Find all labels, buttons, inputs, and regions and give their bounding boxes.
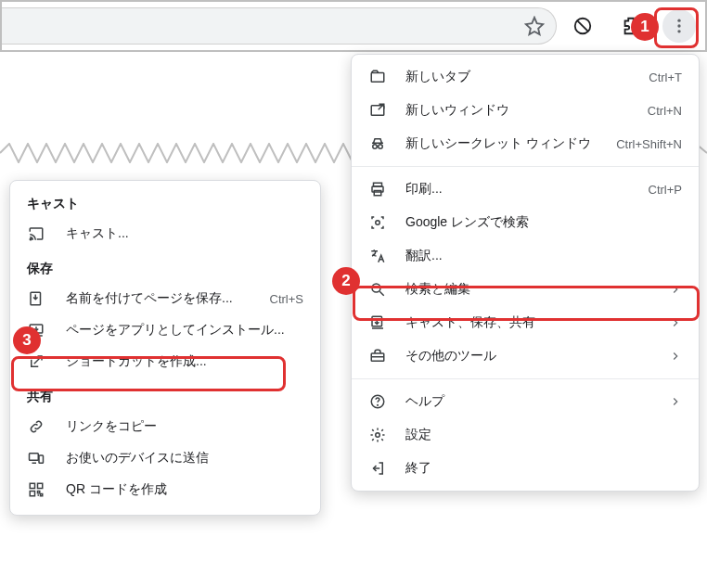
translate-icon [368,247,387,265]
menu-shortcut: Ctrl+N [648,104,682,118]
submenu-create-shortcut[interactable]: ショートカットを作成... [10,346,320,377]
svg-point-21 [30,238,32,240]
incognito-icon [368,134,387,153]
menu-exit[interactable]: 終了 [352,452,699,485]
svg-rect-25 [39,455,44,463]
submenu-send-to-device[interactable]: お使いのデバイスに送信 [10,442,320,474]
extensions-icon[interactable] [614,9,648,43]
menu-shortcut: Ctrl+Shift+N [616,137,682,151]
toolbox-icon [368,347,387,365]
menu-settings[interactable]: 設定 [352,418,699,452]
submenu-label: ショートカットを作成... [66,353,303,370]
menu-incognito[interactable]: 新しいシークレット ウィンドウ Ctrl+Shift+N [352,127,699,160]
svg-point-2 [677,19,680,22]
submenu-label: キャスト... [66,225,303,242]
submenu-label: QR コードを作成 [66,481,303,498]
submenu-save-as[interactable]: 名前を付けてページを保存... Ctrl+S [10,283,320,314]
svg-point-12 [376,221,380,225]
menu-more-tools[interactable]: その他のツール [352,339,699,373]
svg-rect-27 [38,483,43,488]
cast-icon [27,224,45,243]
menu-label: 終了 [405,460,682,477]
submenu-header-share: 共有 [10,377,320,411]
submenu-copy-link[interactable]: リンクをコピー [10,411,320,442]
submenu-label: ページをアプリとしてインストール... [66,322,303,339]
menu-label: 新しいタブ [405,69,649,85]
svg-point-18 [378,404,379,405]
submenu-header-cast: キャスト [10,185,320,218]
menu-label: 検索と編集 [405,281,662,298]
submenu-qr-code[interactable]: QR コードを作成 [10,474,320,505]
menu-label: その他のツール [405,348,662,364]
menu-label: ヘルプ [405,393,662,410]
shortcut-icon [27,352,45,371]
svg-point-4 [677,30,680,32]
menu-find-edit[interactable]: 検索と編集 [352,273,699,306]
chrome-main-menu: 新しいタブ Ctrl+T 新しいウィンドウ Ctrl+N 新しいシークレット ウ… [351,54,700,492]
submenu-label: リンクをコピー [66,418,303,435]
menu-help[interactable]: ヘルプ [352,385,699,418]
menu-cast-save-share[interactable]: キャスト、保存、共有 [352,306,699,339]
svg-point-3 [677,24,680,27]
menu-separator [352,378,699,379]
block-icon[interactable] [566,9,599,43]
menu-label: 設定 [405,427,682,443]
cast-save-share-submenu: キャスト キャスト... 保存 名前を付けてページを保存... Ctrl+S ペ… [9,180,321,516]
submenu-install-app[interactable]: ページをアプリとしてインストール... [10,314,320,346]
svg-point-8 [379,145,383,149]
svg-point-19 [376,433,380,438]
chevron-right-icon [669,395,682,408]
submenu-label: お使いのデバイスに送信 [66,450,303,467]
menu-shortcut: Ctrl+T [649,70,682,84]
gear-icon [368,426,387,444]
submenu-header-save: 保存 [10,249,320,283]
browser-toolbar [0,0,707,52]
svg-point-7 [373,145,378,149]
menu-new-tab[interactable]: 新しいタブ Ctrl+T [352,60,699,94]
cast-save-share-icon [368,313,387,332]
submenu-cast[interactable]: キャスト... [10,218,320,249]
omnibox[interactable] [2,7,557,45]
devices-icon [27,449,45,467]
submenu-shortcut: Ctrl+S [270,292,303,306]
svg-rect-24 [30,454,39,461]
svg-rect-5 [371,73,384,83]
star-icon[interactable] [524,16,545,36]
svg-line-1 [577,20,588,32]
menu-separator [352,166,699,167]
chevron-right-icon [669,283,682,296]
menu-label: Google レンズで検索 [405,214,682,231]
save-page-icon [27,289,45,308]
link-icon [27,417,45,436]
search-icon [368,280,387,299]
chevron-right-icon [669,316,682,329]
svg-rect-26 [30,483,34,488]
menu-shortcut: Ctrl+P [649,183,682,197]
menu-print[interactable]: 印刷... Ctrl+P [352,173,699,206]
qr-icon [27,480,45,499]
svg-point-13 [372,284,380,292]
help-icon [368,392,387,411]
new-window-icon [368,101,387,120]
menu-label: キャスト、保存、共有 [405,314,662,331]
lens-icon [368,213,387,232]
install-app-icon [27,321,45,339]
more-menu-button[interactable] [662,9,696,43]
menu-label: 印刷... [405,181,649,198]
new-tab-icon [368,68,387,86]
menu-label: 翻訳... [405,248,682,264]
menu-new-window[interactable]: 新しいウィンドウ Ctrl+N [352,94,699,127]
exit-icon [368,459,387,478]
menu-translate[interactable]: 翻訳... [352,239,699,273]
svg-line-14 [379,291,384,296]
menu-label: 新しいシークレット ウィンドウ [405,135,616,152]
submenu-label: 名前を付けてページを保存... [66,290,270,307]
menu-label: 新しいウィンドウ [405,102,648,119]
chevron-right-icon [669,350,682,363]
print-icon [368,180,387,198]
menu-lens-search[interactable]: Google レンズで検索 [352,206,699,239]
svg-rect-28 [30,492,34,496]
